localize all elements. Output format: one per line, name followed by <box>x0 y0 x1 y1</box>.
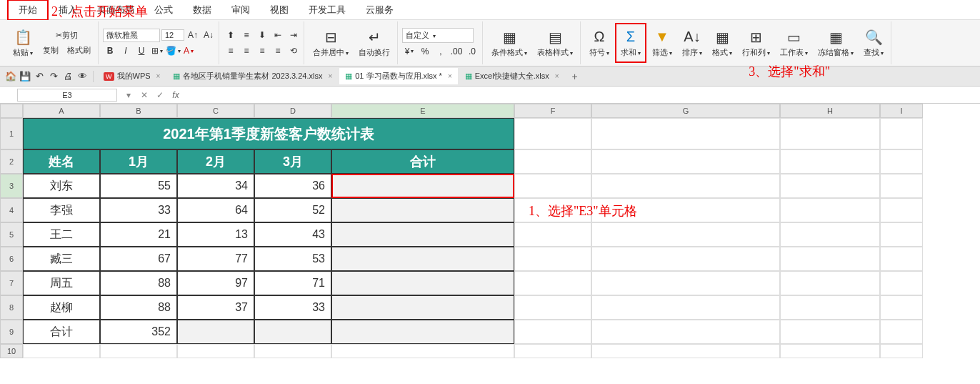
wps-tab[interactable]: W我的WPS× <box>98 68 166 84</box>
row-header-5[interactable]: 5 <box>0 222 23 247</box>
cell[interactable] <box>514 295 591 320</box>
col-header-i[interactable]: I <box>880 104 923 118</box>
menu-dev-tools[interactable]: 开发工具 <box>299 1 356 19</box>
increase-indent-button[interactable]: ⇥ <box>286 28 301 42</box>
border-button[interactable]: ⊞▾ <box>150 44 164 58</box>
font-size-select[interactable]: 12 <box>161 29 184 41</box>
worksheet-button[interactable]: ▭ 工作表▾ <box>776 23 812 63</box>
home-icon[interactable]: 🏠 <box>4 70 17 83</box>
cell[interactable]: 21 <box>100 222 177 247</box>
cell[interactable]: 周五 <box>23 271 100 295</box>
cell[interactable] <box>780 247 880 271</box>
col-header-f[interactable]: F <box>514 104 591 118</box>
cell[interactable] <box>591 222 780 247</box>
cell[interactable]: 合计 <box>23 320 100 344</box>
cell[interactable] <box>780 118 880 149</box>
row-header-10[interactable]: 10 <box>0 344 23 358</box>
row-header-2[interactable]: 2 <box>0 149 23 174</box>
cell[interactable] <box>780 320 880 344</box>
cell[interactable] <box>514 118 591 149</box>
col-header-h[interactable]: H <box>780 104 880 118</box>
cell[interactable]: 43 <box>254 222 331 247</box>
cell[interactable] <box>514 344 591 358</box>
menu-home[interactable]: 开始 <box>7 0 49 21</box>
cell[interactable] <box>780 271 880 295</box>
align-middle-button[interactable]: ≡ <box>239 28 254 42</box>
cell[interactable] <box>780 174 880 198</box>
cell[interactable] <box>880 295 923 320</box>
cell[interactable] <box>780 295 880 320</box>
cell[interactable] <box>254 320 331 344</box>
cell[interactable] <box>177 344 254 358</box>
comma-button[interactable]: , <box>434 44 448 59</box>
cell[interactable]: 64 <box>177 198 254 222</box>
cut-button[interactable]: ✂剪切 <box>39 29 95 43</box>
cell[interactable] <box>591 174 780 198</box>
cell[interactable] <box>331 222 514 247</box>
cell[interactable]: 97 <box>177 271 254 295</box>
cell[interactable] <box>514 247 591 271</box>
close-icon[interactable]: × <box>156 72 161 80</box>
select-all-corner[interactable] <box>0 104 23 118</box>
col-header-g[interactable]: G <box>591 104 780 118</box>
cell[interactable] <box>780 222 880 247</box>
cell[interactable] <box>591 149 780 174</box>
formula-bar[interactable] <box>187 94 980 97</box>
header-cell[interactable]: 1月 <box>100 149 177 174</box>
header-cell[interactable]: 2月 <box>177 149 254 174</box>
find-button[interactable]: 🔍 查找▾ <box>859 23 888 63</box>
close-icon[interactable]: × <box>448 72 452 80</box>
save-icon[interactable]: 💾 <box>19 70 31 83</box>
cell[interactable] <box>514 149 591 174</box>
menu-page-layout[interactable]: 页面布局 <box>87 1 144 19</box>
cell[interactable] <box>331 247 514 271</box>
align-bottom-button[interactable]: ⬇ <box>255 28 269 42</box>
cell[interactable]: 88 <box>100 295 177 320</box>
cell[interactable]: 34 <box>177 174 254 198</box>
redo-icon[interactable]: ↷ <box>47 70 60 83</box>
cell[interactable] <box>514 222 591 247</box>
header-cell[interactable]: 姓名 <box>23 149 100 174</box>
doc-tab-1[interactable]: ▦各地区手机销量学生素材 2023.3.24.xlsx× <box>167 68 338 84</box>
header-cell[interactable]: 3月 <box>254 149 331 174</box>
font-color-button[interactable]: A▾ <box>181 44 196 58</box>
underline-button[interactable]: U <box>134 44 149 58</box>
row-header-6[interactable]: 6 <box>0 247 23 271</box>
cell[interactable] <box>880 344 923 358</box>
cell[interactable] <box>591 198 780 222</box>
row-header-9[interactable]: 9 <box>0 320 23 344</box>
undo-icon[interactable]: ↶ <box>33 70 46 83</box>
doc-tab-2[interactable]: ▦01 学习函数与应用.xlsx *× <box>339 68 457 84</box>
preview-icon[interactable]: 👁 <box>76 70 89 83</box>
cell[interactable] <box>331 320 514 344</box>
col-header-b[interactable]: B <box>100 104 177 118</box>
cell[interactable]: 李强 <box>23 198 100 222</box>
cell[interactable] <box>591 247 780 271</box>
cell[interactable]: 77 <box>177 247 254 271</box>
cell[interactable]: 67 <box>100 247 177 271</box>
row-header-7[interactable]: 7 <box>0 271 23 295</box>
cell[interactable]: 352 <box>100 320 177 344</box>
close-icon[interactable]: × <box>328 72 332 80</box>
orientation-button[interactable]: ⟲ <box>286 44 301 58</box>
cell[interactable] <box>880 247 923 271</box>
cell[interactable] <box>331 344 514 358</box>
menu-formula[interactable]: 公式 <box>144 1 183 19</box>
cell[interactable] <box>780 198 880 222</box>
cell[interactable]: 52 <box>254 198 331 222</box>
cell[interactable] <box>591 320 780 344</box>
cell[interactable]: 33 <box>100 198 177 222</box>
italic-button[interactable]: I <box>119 44 133 58</box>
cell[interactable] <box>100 344 177 358</box>
format-painter-button[interactable]: 格式刷 <box>63 44 95 58</box>
cell[interactable] <box>591 271 780 295</box>
copy-button[interactable]: 复制 <box>39 44 63 58</box>
decrease-indent-button[interactable]: ⇤ <box>271 28 285 42</box>
cell[interactable] <box>331 198 514 222</box>
row-header-3[interactable]: 3 <box>0 174 23 198</box>
cell[interactable] <box>254 344 331 358</box>
add-tab-button[interactable]: + <box>566 69 583 84</box>
row-header-4[interactable]: 4 <box>0 198 23 222</box>
merge-center-button[interactable]: ⊟ 合并居中▾ <box>309 23 353 63</box>
cell[interactable] <box>880 320 923 344</box>
